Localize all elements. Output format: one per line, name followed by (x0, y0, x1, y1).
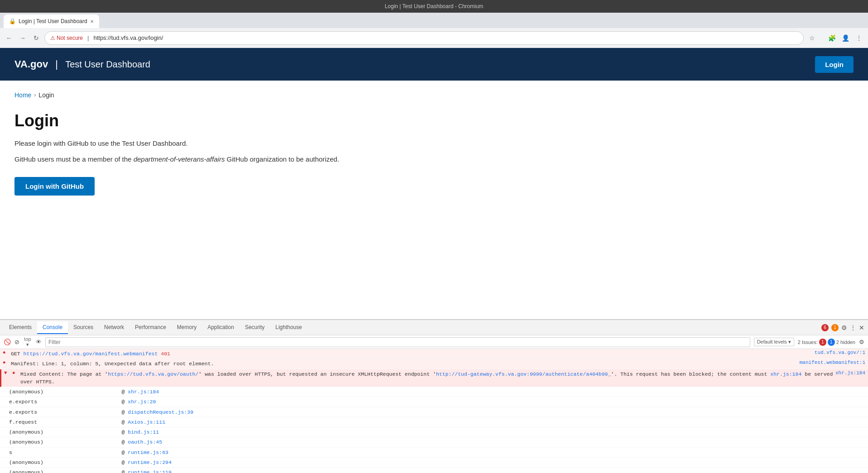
bookmark-button[interactable]: ☆ (806, 33, 817, 43)
desc2-suffix: GitHub organization to be authorized. (225, 155, 339, 163)
login-github-button[interactable]: Login with GitHub (14, 177, 95, 196)
site-logo: VA.gov | Test User Dashboard (14, 58, 150, 70)
breadcrumb-home[interactable]: Home (14, 91, 31, 99)
url-text: https://tud.vfs.va.gov/login/ (93, 34, 163, 41)
profile-button[interactable]: 👤 (840, 33, 851, 43)
login-description-1: Please login with GitHub to use the Test… (14, 139, 854, 149)
header-login-button[interactable]: Login (815, 56, 854, 73)
forward-button[interactable]: → (17, 33, 28, 43)
tab-close-button[interactable]: ✕ (90, 19, 94, 24)
back-button[interactable]: ← (4, 33, 14, 43)
page-content: Home › Login Login Please login with Git… (0, 81, 868, 206)
extensions-button[interactable]: 🧩 (826, 33, 837, 43)
breadcrumb-current: Login (38, 91, 54, 99)
tab-favicon-icon: 🔒 (9, 18, 16, 24)
browser-tabs: 🔒 Login | Test User Dashboard ✕ (0, 13, 868, 28)
breadcrumb: Home › Login (14, 91, 854, 99)
desc2-prefix: GitHub users must be a member of the (14, 155, 134, 163)
browser-title: Login | Test User Dashboard - Chromium (385, 3, 484, 10)
logo-primary: VA.gov (14, 58, 48, 70)
menu-button[interactable]: ⋮ (854, 33, 864, 43)
breadcrumb-separator: › (34, 92, 36, 98)
browser-tab-active[interactable]: 🔒 Login | Test User Dashboard ✕ (4, 14, 99, 28)
browser-toolbar: ← → ↻ ⚠ Not secure | https://tud.vfs.va.… (0, 28, 868, 48)
tab-title-text: Login | Test User Dashboard (19, 18, 87, 24)
reload-button[interactable]: ↻ (31, 33, 42, 43)
browser-titlebar: Login | Test User Dashboard - Chromium (0, 0, 868, 13)
not-secure-indicator: ⚠ Not secure (50, 35, 83, 41)
address-bar[interactable]: ⚠ Not secure | https://tud.vfs.va.gov/lo… (44, 31, 804, 45)
site-name: Test User Dashboard (65, 59, 150, 69)
logo-divider: | (55, 58, 58, 70)
login-description-2: GitHub users must be a member of the dep… (14, 154, 854, 165)
site-header: VA.gov | Test User Dashboard Login (0, 48, 868, 81)
url-divider: | (87, 34, 89, 41)
desc2-italic: department-of-veterans-affairs (134, 155, 225, 163)
page-title: Login (14, 111, 854, 130)
warning-icon: ⚠ (50, 35, 55, 41)
